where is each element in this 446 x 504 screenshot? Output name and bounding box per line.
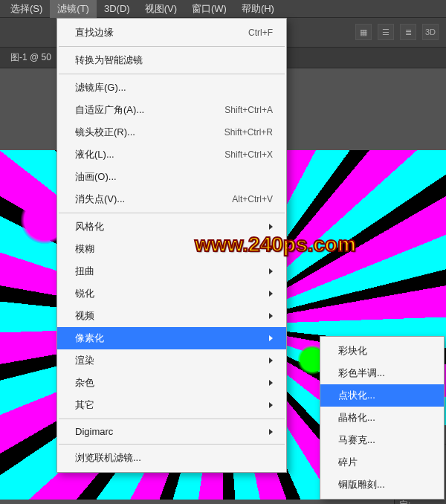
submenu-item-color-halftone[interactable]: 彩色半调...	[320, 362, 444, 384]
menu-separator	[59, 74, 285, 74]
menu-item-label: 彩色半调...	[338, 366, 385, 380]
menu-select[interactable]: 选择(S)	[3, 0, 50, 18]
chevron-right-icon	[269, 429, 273, 435]
submenu-item-crystallize[interactable]: 晶格化...	[320, 407, 444, 429]
menu-item-label: 扭曲	[75, 265, 94, 278]
menu-item-pixelate[interactable]: 像素化	[57, 327, 286, 349]
menu-item-shortcut: Shift+Ctrl+A	[224, 105, 273, 115]
menu-item-label: 杂色	[75, 376, 94, 390]
align-icon[interactable]: ▦	[355, 24, 372, 40]
menu-item-shortcut: Alt+Ctrl+V	[232, 194, 273, 204]
menu-item-render[interactable]: 渲染	[57, 349, 286, 372]
chevron-right-icon	[269, 380, 273, 386]
chevron-right-icon	[269, 291, 273, 297]
menu-item-label: 风格化	[75, 220, 104, 233]
menu-item-label: 浏览联机滤镜...	[75, 451, 141, 465]
menu-help[interactable]: 帮助(H)	[234, 0, 282, 18]
menu-separator	[59, 46, 285, 47]
chevron-right-icon	[269, 358, 273, 364]
menu-item-oil-paint[interactable]: 油画(O)...	[57, 166, 286, 188]
filter-menu: 直找边缘 Ctrl+F 转换为智能滤镜 滤镜库(G)... 自适应广角(A)..…	[56, 18, 287, 473]
menu-item-label: 铜版雕刻...	[338, 478, 385, 491]
menu-item-label: 渲染	[75, 354, 94, 367]
menu-item-label: 滤镜库(G)...	[75, 81, 126, 94]
chevron-right-icon	[269, 246, 273, 252]
menu-item-label: 转换为智能滤镜	[75, 54, 143, 67]
menu-separator	[59, 419, 285, 419]
menu-item-label: 其它	[75, 398, 94, 412]
submenu-item-mosaic[interactable]: 马赛克...	[320, 429, 444, 451]
menu-item-shortcut: Ctrl+F	[248, 28, 273, 38]
menu-item-label: 直找边缘	[75, 26, 114, 39]
chevron-right-icon	[269, 224, 273, 230]
menu-item-label: 液化(L)...	[75, 148, 114, 161]
submenu-item-fragment[interactable]: 碎片	[320, 451, 444, 474]
menu-item-adaptive-wide[interactable]: 自适应广角(A)... Shift+Ctrl+A	[57, 99, 286, 121]
menu-item-label: 油画(O)...	[75, 170, 117, 184]
submenu-item-pointillize[interactable]: 点状化...	[320, 384, 444, 407]
menu-item-label: 点状化...	[338, 389, 375, 402]
menu-item-label: 锐化	[75, 287, 94, 300]
menu-item-blur[interactable]: 模糊	[57, 238, 286, 260]
menu-item-label: 碎片	[338, 456, 358, 469]
menubar: 选择(S) 滤镜(T) 3D(D) 视图(V) 窗口(W) 帮助(H)	[0, 0, 446, 18]
menu-item-label: 模糊	[75, 242, 94, 256]
menu-item-video[interactable]: 视频	[57, 305, 286, 327]
menu-item-label: 消失点(V)...	[75, 193, 125, 206]
menu-item-label: 镜头校正(R)...	[75, 126, 135, 139]
submenu-item-facet[interactable]: 彩块化	[320, 340, 444, 362]
menu-separator	[59, 213, 285, 213]
mode-3d-button[interactable]: 3D	[422, 24, 439, 40]
menu-item-filter-gallery[interactable]: 滤镜库(G)...	[57, 77, 286, 99]
menu-item-label: 视频	[75, 309, 94, 323]
menu-item-label: 马赛克...	[338, 433, 375, 447]
menu-separator	[59, 444, 285, 445]
align-icon-3[interactable]: ≣	[400, 24, 416, 40]
menu-window[interactable]: 窗口(W)	[184, 0, 234, 18]
menu-item-label: Digimarc	[75, 426, 113, 437]
align-icon-2[interactable]: ☰	[378, 24, 394, 40]
menu-item-shortcut: Shift+Ctrl+X	[224, 149, 273, 160]
menu-item-browse-online[interactable]: 浏览联机滤镜...	[57, 447, 286, 469]
menu-item-distort[interactable]: 扭曲	[57, 260, 286, 282]
menu-item-label: 像素化	[75, 332, 104, 345]
menu-filter[interactable]: 滤镜(T)	[50, 0, 97, 18]
chevron-right-icon	[269, 313, 273, 319]
chevron-right-icon	[269, 335, 273, 341]
pixelate-submenu: 彩块化 彩色半调... 点状化... 晶格化... 马赛克... 碎片 铜版雕刻…	[320, 336, 445, 500]
menu-item-convert-smart[interactable]: 转换为智能滤镜	[57, 49, 286, 71]
menu-item-label: 彩块化	[338, 344, 367, 358]
menu-view[interactable]: 视图(V)	[138, 0, 184, 18]
menu-item-lens-correction[interactable]: 镜头校正(R)... Shift+Ctrl+R	[57, 121, 286, 143]
menu-item-noise[interactable]: 杂色	[57, 372, 286, 394]
menu-item-label: 晶格化...	[338, 411, 375, 424]
submenu-item-mezzotint[interactable]: 铜版雕刻...	[320, 474, 444, 496]
menu-item-shortcut: Shift+Ctrl+R	[224, 127, 273, 138]
lock-label: 定:	[399, 499, 410, 504]
menu-3d[interactable]: 3D(D)	[97, 1, 138, 16]
menu-item-other[interactable]: 其它	[57, 394, 286, 416]
document-tab[interactable]: 图-1 @ 50	[4, 48, 57, 67]
menu-item-last-filter[interactable]: 直找边缘 Ctrl+F	[57, 22, 286, 44]
menu-item-liquify[interactable]: 液化(L)... Shift+Ctrl+X	[57, 143, 286, 166]
menu-item-sharpen[interactable]: 锐化	[57, 282, 286, 305]
chevron-right-icon	[269, 402, 273, 408]
menu-item-label: 自适应广角(A)...	[75, 103, 144, 117]
menu-item-vanishing-point[interactable]: 消失点(V)... Alt+Ctrl+V	[57, 188, 286, 210]
chevron-right-icon	[269, 268, 273, 274]
menu-item-digimarc[interactable]: Digimarc	[57, 421, 286, 442]
menu-item-stylize[interactable]: 风格化	[57, 216, 286, 238]
